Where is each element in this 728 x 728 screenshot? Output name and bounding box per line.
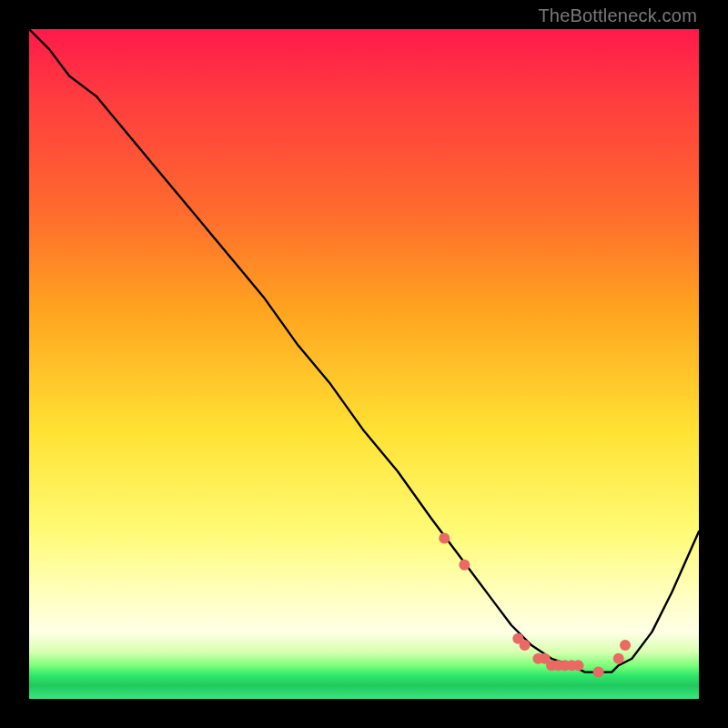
chart-stage: TheBottleneck.com — [0, 0, 728, 728]
marker-dot — [613, 653, 624, 664]
marker-dot — [459, 560, 470, 571]
marker-dot — [439, 532, 450, 543]
watermark-text: TheBottleneck.com — [538, 5, 697, 26]
plot-area — [29, 29, 699, 699]
marker-dot — [593, 667, 604, 678]
marker-group — [439, 532, 631, 677]
curve-svg — [29, 29, 699, 699]
marker-dot — [573, 660, 584, 671]
marker-dot — [520, 640, 531, 651]
marker-dot — [620, 640, 631, 651]
bottleneck-curve — [29, 29, 699, 672]
